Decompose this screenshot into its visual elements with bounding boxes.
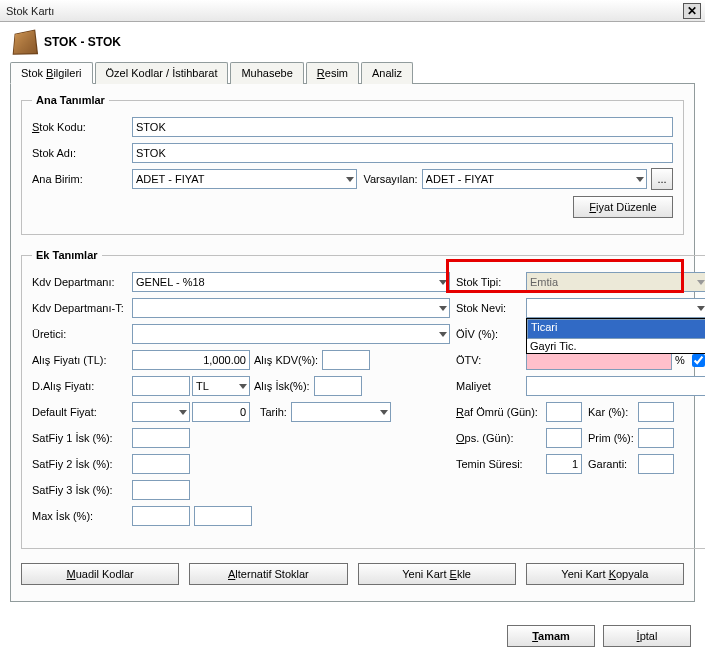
stok-nevi-dropdown[interactable]: Ticari Gayri Tic.	[526, 318, 705, 354]
stok-tipi-select	[526, 272, 705, 292]
sf1-input[interactable]	[132, 428, 190, 448]
tab-analiz[interactable]: Analiz	[361, 62, 413, 84]
alis-fiyati-input[interactable]	[132, 350, 250, 370]
stok-nevi-select[interactable]	[526, 298, 705, 318]
ana-birim-select[interactable]	[132, 169, 357, 189]
sf2-input[interactable]	[132, 454, 190, 474]
header-title: STOK - STOK	[44, 35, 121, 49]
label-varsayilan: Varsayılan:	[363, 173, 417, 185]
otv-checkbox[interactable]	[692, 354, 705, 367]
close-icon[interactable]: ✕	[683, 3, 701, 19]
label-kar: Kar (%):	[588, 406, 638, 418]
max-isk-input-1[interactable]	[132, 506, 190, 526]
kar-input[interactable]	[638, 402, 674, 422]
label-stok-adi: Stok Adı:	[32, 147, 132, 159]
muadil-kodlar-button[interactable]: Muadil Kodlar	[21, 563, 179, 585]
sf3-input[interactable]	[132, 480, 190, 500]
label-sf2: SatFiy 2 İsk (%):	[32, 458, 132, 470]
label-tarih: Tarih:	[260, 406, 287, 418]
label-alis-isk: Alış İsk(%):	[254, 380, 310, 392]
stok-adi-input[interactable]	[132, 143, 673, 163]
kdv-dept-t-select[interactable]	[132, 298, 450, 318]
tab-resim[interactable]: Resim	[306, 62, 359, 84]
max-isk-input-2[interactable]	[194, 506, 252, 526]
uretici-select[interactable]	[132, 324, 450, 344]
label-stok-nevi: Stok Nevi:	[456, 302, 526, 314]
default-fiyat-input[interactable]	[192, 402, 250, 422]
fieldset-ek-tanimlar: Ek Tanımlar Kdv Departmanı: Kdv Departma…	[21, 249, 705, 549]
fiyat-duzenle-button[interactable]: Fiyat Düzenle	[573, 196, 673, 218]
legend-ana: Ana Tanımlar	[32, 94, 109, 106]
tab-muhasebe[interactable]: Muhasebe	[230, 62, 303, 84]
label-ops: Ops. (Gün):	[456, 432, 546, 444]
fieldset-ana-tanimlar: Ana Tanımlar Stok Kodu: Stok Adı: Ana Bi…	[21, 94, 684, 235]
window-titlebar: Stok Kartı ✕	[0, 0, 705, 22]
legend-ek: Ek Tanımlar	[32, 249, 102, 261]
tamam-button[interactable]: Tamam	[507, 625, 595, 647]
label-otv: ÖTV:	[456, 354, 526, 366]
label-maliyet: Maliyet	[456, 380, 526, 392]
label-dalis: D.Alış Fiyatı:	[32, 380, 132, 392]
maliyet-input[interactable]	[526, 376, 705, 396]
tab-stok-bilgileri[interactable]: Stok Bilgileri	[10, 62, 93, 84]
currency-select[interactable]	[192, 376, 250, 396]
header: STOK - STOK	[0, 22, 705, 62]
label-kdv-dept: Kdv Departmanı:	[32, 276, 132, 288]
package-icon	[13, 29, 38, 54]
dalis-input[interactable]	[132, 376, 190, 396]
otv-unit: %	[675, 354, 685, 366]
iptal-button[interactable]: İptal	[603, 625, 691, 647]
alis-kdv-input[interactable]	[322, 350, 370, 370]
label-temin: Temin Süresi:	[456, 458, 546, 470]
label-uretici: Üretici:	[32, 328, 132, 340]
stok-kodu-input[interactable]	[132, 117, 673, 137]
tabstrip: Stok Bilgileri Özel Kodlar / İstihbarat …	[10, 62, 695, 84]
label-max-isk: Max İsk (%):	[32, 510, 132, 522]
label-oiv: ÖİV (%):	[456, 328, 526, 340]
default-fiyat-select[interactable]	[132, 402, 190, 422]
ellipsis-button[interactable]: ...	[651, 168, 673, 190]
temin-input[interactable]	[546, 454, 582, 474]
ops-input[interactable]	[546, 428, 582, 448]
label-kdv-dept-t: Kdv Departmanı-T:	[32, 302, 132, 314]
yeni-kart-kopyala-button[interactable]: Yeni Kart Kopyala	[526, 563, 684, 585]
label-sf3: SatFiy 3 İsk (%):	[32, 484, 132, 496]
label-prim: Prim (%):	[588, 432, 638, 444]
varsayilan-select[interactable]	[422, 169, 647, 189]
prim-input[interactable]	[638, 428, 674, 448]
label-garanti: Garanti:	[588, 458, 638, 470]
label-sf1: SatFiy 1 İsk (%):	[32, 432, 132, 444]
label-default-fiyat: Default Fiyat:	[32, 406, 132, 418]
label-stok-tipi: Stok Tipi:	[456, 276, 526, 288]
option-ticari[interactable]: Ticari	[527, 319, 705, 339]
alis-isk-input[interactable]	[314, 376, 362, 396]
label-alis-kdv: Alış KDV(%):	[254, 354, 318, 366]
window-title: Stok Kartı	[6, 5, 54, 17]
alternatif-stoklar-button[interactable]: Alternatif Stoklar	[189, 563, 347, 585]
kdv-dept-select[interactable]	[132, 272, 450, 292]
option-gayri-tic[interactable]: Gayri Tic.	[527, 339, 705, 353]
tarih-select[interactable]	[291, 402, 391, 422]
yeni-kart-ekle-button[interactable]: Yeni Kart Ekle	[358, 563, 516, 585]
tab-ozel-kodlar[interactable]: Özel Kodlar / İstihbarat	[95, 62, 229, 84]
label-ana-birim: Ana Birim:	[32, 173, 132, 185]
raf-input[interactable]	[546, 402, 582, 422]
label-raf: Raf Ömrü (Gün):	[456, 406, 546, 418]
label-alis-fiyati: Alış Fiyatı (TL):	[32, 354, 132, 366]
garanti-input[interactable]	[638, 454, 674, 474]
label-stok-kodu: Stok Kodu:	[32, 121, 132, 133]
